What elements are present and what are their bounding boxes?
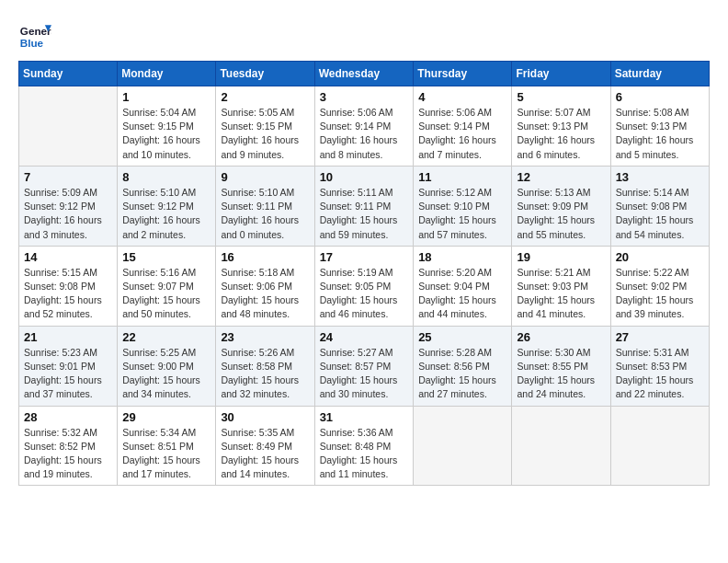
day-number: 4 — [418, 90, 506, 104]
day-info: Sunrise: 5:26 AM Sunset: 8:58 PM Dayligh… — [221, 346, 309, 402]
day-number: 2 — [221, 90, 309, 104]
day-info: Sunrise: 5:18 AM Sunset: 9:06 PM Dayligh… — [221, 266, 309, 322]
calendar-cell: 4Sunrise: 5:06 AM Sunset: 9:14 PM Daylig… — [414, 86, 512, 167]
calendar-body: 1Sunrise: 5:04 AM Sunset: 9:15 PM Daylig… — [19, 86, 710, 486]
calendar-cell: 19Sunrise: 5:21 AM Sunset: 9:03 PM Dayli… — [512, 246, 610, 326]
calendar-cell: 26Sunrise: 5:30 AM Sunset: 8:55 PM Dayli… — [512, 326, 610, 406]
calendar-cell: 16Sunrise: 5:18 AM Sunset: 9:06 PM Dayli… — [216, 246, 314, 326]
day-info: Sunrise: 5:23 AM Sunset: 9:01 PM Dayligh… — [24, 346, 112, 402]
calendar-cell: 28Sunrise: 5:32 AM Sunset: 8:52 PM Dayli… — [19, 406, 118, 486]
logo: General Blue — [18, 18, 51, 52]
column-header-tuesday: Tuesday — [216, 62, 314, 86]
calendar-cell: 1Sunrise: 5:04 AM Sunset: 9:15 PM Daylig… — [118, 86, 216, 167]
day-info: Sunrise: 5:12 AM Sunset: 9:10 PM Dayligh… — [418, 186, 506, 242]
day-number: 16 — [221, 250, 309, 264]
calendar-table: SundayMondayTuesdayWednesdayThursdayFrid… — [18, 61, 710, 486]
column-header-monday: Monday — [118, 62, 216, 86]
calendar-cell: 30Sunrise: 5:35 AM Sunset: 8:49 PM Dayli… — [216, 406, 314, 486]
day-number: 8 — [122, 170, 210, 184]
day-number: 10 — [320, 170, 409, 184]
day-number: 17 — [320, 250, 409, 264]
svg-text:Blue: Blue — [20, 37, 44, 49]
calendar-cell: 24Sunrise: 5:27 AM Sunset: 8:57 PM Dayli… — [314, 326, 414, 406]
logo-icon: General Blue — [18, 18, 51, 52]
day-number: 13 — [616, 170, 704, 184]
calendar-week-row: 14Sunrise: 5:15 AM Sunset: 9:08 PM Dayli… — [19, 246, 710, 326]
column-header-wednesday: Wednesday — [314, 62, 414, 86]
column-header-saturday: Saturday — [610, 62, 709, 86]
day-info: Sunrise: 5:25 AM Sunset: 9:00 PM Dayligh… — [122, 346, 210, 402]
day-number: 18 — [418, 250, 506, 264]
day-number: 3 — [320, 90, 409, 104]
calendar-cell: 17Sunrise: 5:19 AM Sunset: 9:05 PM Dayli… — [314, 246, 414, 326]
calendar-cell: 25Sunrise: 5:28 AM Sunset: 8:56 PM Dayli… — [414, 326, 512, 406]
calendar-cell: 10Sunrise: 5:11 AM Sunset: 9:11 PM Dayli… — [314, 166, 414, 246]
day-info: Sunrise: 5:05 AM Sunset: 9:15 PM Dayligh… — [221, 106, 309, 162]
day-info: Sunrise: 5:34 AM Sunset: 8:51 PM Dayligh… — [122, 426, 210, 482]
day-number: 1 — [122, 90, 210, 104]
day-number: 25 — [418, 330, 506, 344]
day-info: Sunrise: 5:32 AM Sunset: 8:52 PM Dayligh… — [24, 426, 112, 482]
day-info: Sunrise: 5:20 AM Sunset: 9:04 PM Dayligh… — [418, 266, 506, 322]
day-info: Sunrise: 5:07 AM Sunset: 9:13 PM Dayligh… — [517, 106, 605, 162]
day-number: 9 — [221, 170, 309, 184]
calendar-week-row: 21Sunrise: 5:23 AM Sunset: 9:01 PM Dayli… — [19, 326, 710, 406]
day-info: Sunrise: 5:35 AM Sunset: 8:49 PM Dayligh… — [221, 426, 309, 482]
calendar-cell: 3Sunrise: 5:06 AM Sunset: 9:14 PM Daylig… — [314, 86, 414, 167]
day-number: 29 — [122, 410, 210, 424]
day-number: 31 — [320, 410, 409, 424]
day-number: 26 — [517, 330, 605, 344]
calendar-cell: 27Sunrise: 5:31 AM Sunset: 8:53 PM Dayli… — [610, 326, 709, 406]
calendar-cell: 21Sunrise: 5:23 AM Sunset: 9:01 PM Dayli… — [19, 326, 118, 406]
day-info: Sunrise: 5:16 AM Sunset: 9:07 PM Dayligh… — [122, 266, 210, 322]
calendar-cell: 7Sunrise: 5:09 AM Sunset: 9:12 PM Daylig… — [19, 166, 118, 246]
day-number: 23 — [221, 330, 309, 344]
calendar-cell: 23Sunrise: 5:26 AM Sunset: 8:58 PM Dayli… — [216, 326, 314, 406]
day-info: Sunrise: 5:14 AM Sunset: 9:08 PM Dayligh… — [616, 186, 704, 242]
calendar-cell — [414, 406, 512, 486]
day-info: Sunrise: 5:13 AM Sunset: 9:09 PM Dayligh… — [517, 186, 605, 242]
day-number: 28 — [24, 410, 112, 424]
calendar-cell: 9Sunrise: 5:10 AM Sunset: 9:11 PM Daylig… — [216, 166, 314, 246]
day-number: 19 — [517, 250, 605, 264]
day-number: 27 — [616, 330, 704, 344]
day-info: Sunrise: 5:15 AM Sunset: 9:08 PM Dayligh… — [24, 266, 112, 322]
calendar-cell: 15Sunrise: 5:16 AM Sunset: 9:07 PM Dayli… — [118, 246, 216, 326]
day-number: 7 — [24, 170, 112, 184]
calendar-cell — [19, 86, 118, 167]
column-header-sunday: Sunday — [19, 62, 118, 86]
day-number: 15 — [122, 250, 210, 264]
day-info: Sunrise: 5:36 AM Sunset: 8:48 PM Dayligh… — [320, 426, 409, 482]
column-header-thursday: Thursday — [414, 62, 512, 86]
day-info: Sunrise: 5:22 AM Sunset: 9:02 PM Dayligh… — [616, 266, 704, 322]
day-info: Sunrise: 5:21 AM Sunset: 9:03 PM Dayligh… — [517, 266, 605, 322]
calendar-cell: 22Sunrise: 5:25 AM Sunset: 9:00 PM Dayli… — [118, 326, 216, 406]
day-info: Sunrise: 5:31 AM Sunset: 8:53 PM Dayligh… — [616, 346, 704, 402]
column-headers-row: SundayMondayTuesdayWednesdayThursdayFrid… — [19, 62, 710, 86]
calendar-week-row: 7Sunrise: 5:09 AM Sunset: 9:12 PM Daylig… — [19, 166, 710, 246]
calendar-cell — [610, 406, 709, 486]
calendar-week-row: 1Sunrise: 5:04 AM Sunset: 9:15 PM Daylig… — [19, 86, 710, 167]
day-info: Sunrise: 5:10 AM Sunset: 9:12 PM Dayligh… — [122, 186, 210, 242]
day-info: Sunrise: 5:06 AM Sunset: 9:14 PM Dayligh… — [418, 106, 506, 162]
calendar-cell: 12Sunrise: 5:13 AM Sunset: 9:09 PM Dayli… — [512, 166, 610, 246]
calendar-cell: 13Sunrise: 5:14 AM Sunset: 9:08 PM Dayli… — [610, 166, 709, 246]
calendar-cell: 5Sunrise: 5:07 AM Sunset: 9:13 PM Daylig… — [512, 86, 610, 167]
day-info: Sunrise: 5:19 AM Sunset: 9:05 PM Dayligh… — [320, 266, 409, 322]
day-info: Sunrise: 5:30 AM Sunset: 8:55 PM Dayligh… — [517, 346, 605, 402]
day-number: 12 — [517, 170, 605, 184]
day-number: 30 — [221, 410, 309, 424]
calendar-week-row: 28Sunrise: 5:32 AM Sunset: 8:52 PM Dayli… — [19, 406, 710, 486]
day-info: Sunrise: 5:09 AM Sunset: 9:12 PM Dayligh… — [24, 186, 112, 242]
calendar-cell: 6Sunrise: 5:08 AM Sunset: 9:13 PM Daylig… — [610, 86, 709, 167]
calendar-cell: 18Sunrise: 5:20 AM Sunset: 9:04 PM Dayli… — [414, 246, 512, 326]
day-info: Sunrise: 5:10 AM Sunset: 9:11 PM Dayligh… — [221, 186, 309, 242]
day-number: 21 — [24, 330, 112, 344]
day-info: Sunrise: 5:27 AM Sunset: 8:57 PM Dayligh… — [320, 346, 409, 402]
day-number: 14 — [24, 250, 112, 264]
day-number: 5 — [517, 90, 605, 104]
day-number: 24 — [320, 330, 409, 344]
calendar-cell: 11Sunrise: 5:12 AM Sunset: 9:10 PM Dayli… — [414, 166, 512, 246]
day-info: Sunrise: 5:28 AM Sunset: 8:56 PM Dayligh… — [418, 346, 506, 402]
day-number: 11 — [418, 170, 506, 184]
